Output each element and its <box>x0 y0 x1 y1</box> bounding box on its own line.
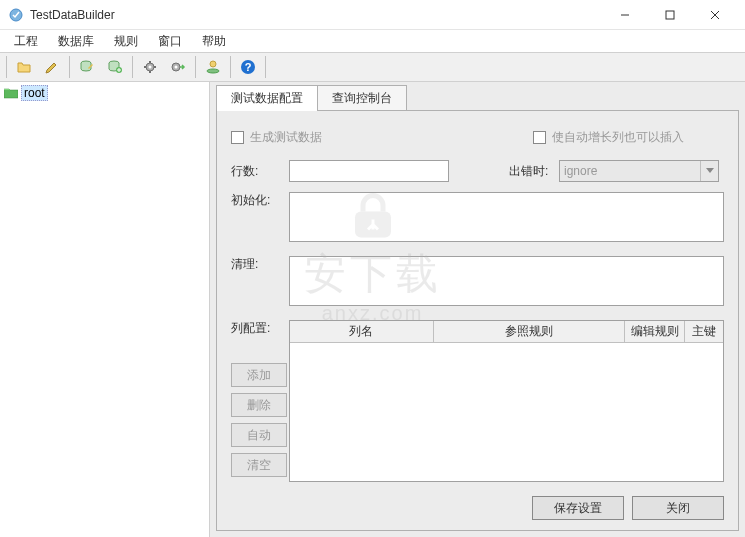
tree-item-root[interactable]: root <box>2 84 207 102</box>
init-textarea[interactable] <box>289 192 724 242</box>
maximize-button[interactable] <box>647 1 692 29</box>
menu-database[interactable]: 数据库 <box>48 31 104 52</box>
colconfig-label: 列配置: <box>231 320 289 337</box>
checkbox-generate-testdata[interactable]: 生成测试数据 <box>231 129 322 146</box>
close-panel-button[interactable]: 关闭 <box>632 496 724 520</box>
tab-test-data-config[interactable]: 测试数据配置 <box>216 85 318 111</box>
tree-root-label: root <box>21 85 48 101</box>
rows-label: 行数: <box>231 163 289 180</box>
init-label: 初始化: <box>231 192 289 209</box>
th-pk[interactable]: 主键 <box>685 321 723 342</box>
bottom-buttons: 保存设置 关闭 <box>231 488 724 520</box>
menu-window[interactable]: 窗口 <box>148 31 192 52</box>
menu-rules[interactable]: 规则 <box>104 31 148 52</box>
save-settings-button[interactable]: 保存设置 <box>532 496 624 520</box>
tb-open-icon[interactable] <box>11 55 37 79</box>
checkbox-icon <box>533 131 546 144</box>
window-controls <box>602 1 737 29</box>
cleanup-textarea[interactable] <box>289 256 724 306</box>
menubar: 工程 数据库 规则 窗口 帮助 <box>0 30 745 52</box>
checkbox-generate-label: 生成测试数据 <box>250 129 322 146</box>
tree-panel: root <box>0 82 210 537</box>
tb-help-icon[interactable]: ? <box>235 55 261 79</box>
cleanup-label: 清理: <box>231 256 289 273</box>
chevron-down-icon <box>700 161 718 181</box>
folder-icon <box>4 87 18 99</box>
th-colname[interactable]: 列名 <box>290 321 434 342</box>
toolbar: ? <box>0 52 745 82</box>
tab-content: 生成测试数据 使自动增长列也可以插入 行数: 出错时: ignore <box>216 110 739 531</box>
tb-db-edit-icon[interactable] <box>74 55 100 79</box>
main-panel: 测试数据配置 查询控制台 生成测试数据 使自动增长列也可以插入 行数: <box>210 82 745 537</box>
svg-text:?: ? <box>245 61 252 73</box>
minimize-button[interactable] <box>602 1 647 29</box>
th-editrule[interactable]: 编辑规则 <box>625 321 685 342</box>
window-title: TestDataBuilder <box>30 8 602 22</box>
onerror-select[interactable]: ignore <box>559 160 719 182</box>
workspace: root 测试数据配置 查询控制台 生成测试数据 使自动增长列也可以插入 <box>0 82 745 537</box>
menu-help[interactable]: 帮助 <box>192 31 236 52</box>
clear-button[interactable]: 清空 <box>231 453 287 477</box>
table-header: 列名 参照规则 编辑规则 主键 <box>290 321 723 343</box>
delete-button[interactable]: 删除 <box>231 393 287 417</box>
tb-gear-export-icon[interactable] <box>165 55 191 79</box>
titlebar: TestDataBuilder <box>0 0 745 30</box>
svg-rect-2 <box>666 11 674 19</box>
tab-query-console[interactable]: 查询控制台 <box>317 85 407 111</box>
table-body <box>290 343 723 481</box>
checkbox-auto-increment-label: 使自动增长列也可以插入 <box>552 129 684 146</box>
tb-run-icon[interactable] <box>200 55 226 79</box>
onerror-label: 出错时: <box>509 163 559 180</box>
svg-point-17 <box>207 69 219 73</box>
tab-bar: 测试数据配置 查询控制台 <box>216 86 739 110</box>
column-button-stack: 添加 删除 自动 清空 <box>231 363 287 477</box>
column-config-table: 列名 参照规则 编辑规则 主键 <box>289 320 724 482</box>
checkbox-icon <box>231 131 244 144</box>
svg-point-9 <box>149 66 152 69</box>
onerror-value: ignore <box>564 164 597 178</box>
rows-input[interactable] <box>289 160 449 182</box>
auto-button[interactable]: 自动 <box>231 423 287 447</box>
th-refrule[interactable]: 参照规则 <box>434 321 625 342</box>
svg-point-15 <box>175 66 178 69</box>
menu-project[interactable]: 工程 <box>4 31 48 52</box>
tb-gear-config-icon[interactable] <box>137 55 163 79</box>
svg-point-16 <box>210 61 216 67</box>
tb-edit-icon[interactable] <box>39 55 65 79</box>
add-button[interactable]: 添加 <box>231 363 287 387</box>
app-icon <box>8 7 24 23</box>
checkbox-auto-increment[interactable]: 使自动增长列也可以插入 <box>533 129 684 146</box>
close-button[interactable] <box>692 1 737 29</box>
tb-db-add-icon[interactable] <box>102 55 128 79</box>
